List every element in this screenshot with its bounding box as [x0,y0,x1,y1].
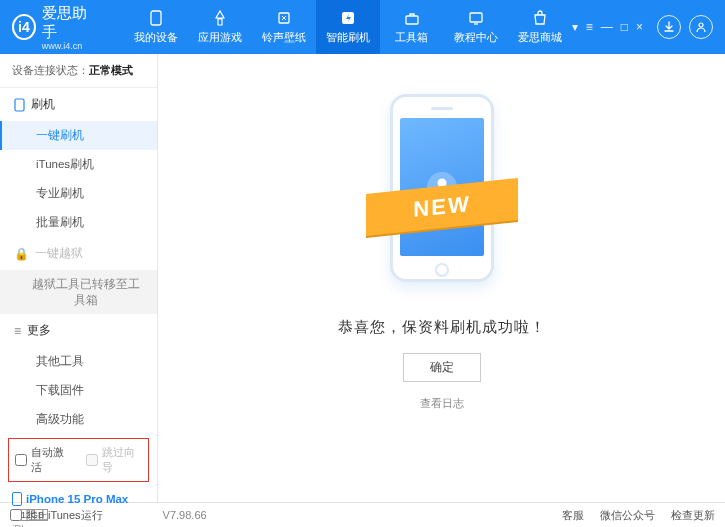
main-panel: NEW 恭喜您，保资料刷机成功啦！ 确定 查看日志 [158,54,725,502]
top-nav: 我的设备应用游戏铃声壁纸智能刷机工具箱教程中心爱思商城 [124,0,572,54]
footer-link-1[interactable]: 微信公众号 [600,508,655,523]
nav-label: 智能刷机 [326,30,370,45]
sidebar-item-flash-1[interactable]: iTunes刷机 [0,150,157,179]
shop-icon [531,9,549,27]
conn-value: 正常模式 [89,64,133,76]
ok-button[interactable]: 确定 [403,353,481,382]
jailbreak-note: 越狱工具已转移至工具箱 [0,270,157,314]
phone-icon [12,492,22,506]
device-type: iPhone [12,523,145,527]
conn-label: 设备连接状态： [12,64,89,76]
block-itunes-checkbox[interactable]: 阻止iTunes运行 [10,508,103,523]
menu-icon[interactable]: ▾ [572,20,578,34]
sidebar-item-more-2[interactable]: 高级功能 [0,405,157,434]
tutorial-icon [467,9,485,27]
nav-label: 我的设备 [134,30,178,45]
device-name: iPhone 15 Pro Max [26,493,128,505]
svg-point-5 [699,23,703,27]
app-url: www.i4.cn [42,41,96,51]
section-jailbreak: 🔒 一键越狱 [0,237,157,270]
block-itunes-input[interactable] [10,509,22,521]
svg-rect-0 [151,11,161,25]
view-log-link[interactable]: 查看日志 [420,396,464,411]
auto-activate-label: 自动激活 [31,445,72,475]
nav-tutorial[interactable]: 教程中心 [444,0,508,54]
app-logo: i4 爱思助手 www.i4.cn [12,4,96,51]
minimize-icon[interactable]: — [601,20,613,34]
svg-rect-4 [470,13,482,22]
sidebar-item-flash-0[interactable]: 一键刷机 [0,121,157,150]
sidebar-item-more-0[interactable]: 其他工具 [0,347,157,376]
svg-rect-3 [406,16,418,24]
lock-icon: 🔒 [14,247,29,261]
section-jailbreak-label: 一键越狱 [35,245,83,262]
auto-activate-checkbox[interactable]: 自动激活 [15,445,72,475]
device-icon [14,98,25,112]
section-flash[interactable]: 刷机 [0,88,157,121]
ringtone-icon [275,9,293,27]
nav-flash[interactable]: 智能刷机 [316,0,380,54]
nav-label: 爱思商城 [518,30,562,45]
section-more[interactable]: ≡ 更多 [0,314,157,347]
device-icon [147,9,165,27]
apps-icon [211,9,229,27]
nav-label: 教程中心 [454,30,498,45]
nav-label: 应用游戏 [198,30,242,45]
skip-wizard-checkbox: 跳过向导 [86,445,143,475]
app-name: 爱思助手 [42,4,96,42]
skip-wizard-label: 跳过向导 [102,445,143,475]
nav-label: 铃声壁纸 [262,30,306,45]
nav-apps[interactable]: 应用游戏 [188,0,252,54]
tray-icon[interactable]: ≡ [586,20,593,34]
footer-link-0[interactable]: 客服 [562,508,584,523]
new-badge: NEW [366,178,518,236]
sidebar-item-flash-2[interactable]: 专业刷机 [0,179,157,208]
sidebar-item-flash-3[interactable]: 批量刷机 [0,208,157,237]
options-box: 自动激活 跳过向导 [8,438,149,482]
download-button[interactable] [657,15,681,39]
nav-label: 工具箱 [395,30,428,45]
user-button[interactable] [689,15,713,39]
section-flash-label: 刷机 [31,96,55,113]
logo-badge: i4 [12,14,36,40]
window-controls: ▾ ≡ — □ × [572,20,643,34]
more-icon: ≡ [14,324,21,338]
success-message: 恭喜您，保资料刷机成功啦！ [338,318,546,337]
maximize-icon[interactable]: □ [621,20,628,34]
footer-link-2[interactable]: 检查更新 [671,508,715,523]
sidebar: 设备连接状态：正常模式 刷机 一键刷机iTunes刷机专业刷机批量刷机 🔒 一键… [0,54,158,502]
success-illustration: NEW [372,94,512,294]
titlebar: i4 爱思助手 www.i4.cn 我的设备应用游戏铃声壁纸智能刷机工具箱教程中… [0,0,725,54]
block-itunes-label: 阻止iTunes运行 [26,508,103,523]
toolbox-icon [403,9,421,27]
skip-wizard-input [86,454,98,466]
flash-icon [339,9,357,27]
version-label: V7.98.66 [163,509,207,521]
section-more-label: 更多 [27,322,51,339]
nav-shop[interactable]: 爱思商城 [508,0,572,54]
nav-toolbox[interactable]: 工具箱 [380,0,444,54]
close-icon[interactable]: × [636,20,643,34]
svg-rect-6 [15,99,24,111]
nav-device[interactable]: 我的设备 [124,0,188,54]
sidebar-item-more-1[interactable]: 下载固件 [0,376,157,405]
nav-ringtone[interactable]: 铃声壁纸 [252,0,316,54]
connection-status: 设备连接状态：正常模式 [0,54,157,88]
auto-activate-input[interactable] [15,454,27,466]
